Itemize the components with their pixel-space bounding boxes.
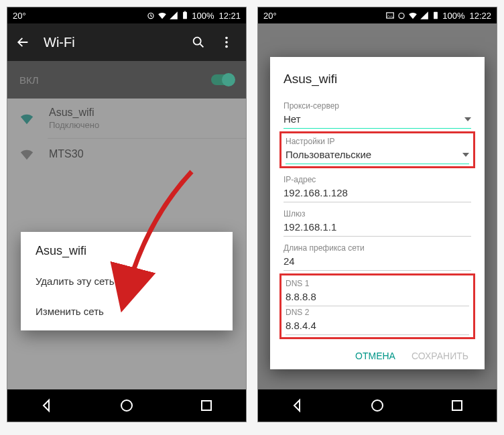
- status-temp: 20°: [263, 11, 277, 21]
- page-title: Wi-Fi: [44, 35, 191, 50]
- nav-home-icon[interactable]: [369, 397, 385, 414]
- highlight-ip-settings: Настройки IP Пользовательские: [279, 131, 475, 168]
- ip-settings-label: Настройки IP: [286, 137, 469, 146]
- ip-address-input[interactable]: 192.168.1.128: [284, 184, 471, 202]
- battery-icon: [180, 11, 190, 20]
- nav-back-icon[interactable]: [290, 397, 306, 414]
- network-name: Asus_wifi: [49, 107, 99, 119]
- svg-point-10: [399, 13, 404, 19]
- battery-icon: [431, 11, 440, 20]
- svg-rect-11: [434, 12, 438, 19]
- nav-recent-icon[interactable]: [198, 397, 214, 414]
- network-dialog: Asus_wifi Прокси-сервер Нет Настройки IP…: [270, 57, 485, 369]
- nav-home-icon[interactable]: [119, 397, 135, 414]
- dns2-input[interactable]: 8.8.4.4: [286, 317, 469, 335]
- signal-icon: [169, 11, 178, 20]
- status-temp: 20°: [13, 11, 26, 21]
- wifi-icon: [408, 11, 418, 20]
- network-name: MTS30: [49, 148, 84, 160]
- svg-point-6: [225, 46, 228, 48]
- dns1-input[interactable]: 8.8.8.8: [286, 288, 469, 306]
- svg-rect-2: [184, 11, 186, 12]
- more-icon[interactable]: [219, 35, 234, 50]
- proxy-select[interactable]: Нет: [284, 111, 471, 129]
- svg-point-12: [372, 400, 383, 411]
- network-status: Подключено: [49, 120, 99, 130]
- chevron-down-icon: [462, 153, 469, 157]
- nav-bar: [258, 389, 497, 422]
- network-row[interactable]: Asus_wifi Подключено: [7, 99, 246, 138]
- svg-rect-1: [183, 12, 187, 19]
- context-menu-title: Asus_wifi: [21, 244, 233, 266]
- image-icon: [385, 11, 395, 20]
- nav-back-icon[interactable]: [39, 397, 55, 414]
- svg-rect-13: [452, 401, 462, 410]
- phone-right: 20° 100% 12:22 Asus_wifi Прокси-сервер Н…: [257, 7, 497, 422]
- forget-network-item[interactable]: Удалить эту сеть: [21, 266, 233, 296]
- status-battery: 100%: [192, 11, 214, 21]
- wifi-lock-icon: [19, 147, 34, 162]
- svg-point-3: [194, 38, 201, 45]
- back-icon[interactable]: [15, 35, 30, 50]
- status-time: 12:21: [218, 11, 241, 21]
- highlight-dns: DNS 1 8.8.8.8 DNS 2 8.8.4.4: [279, 273, 475, 339]
- wifi-strength-icon: [19, 111, 34, 126]
- prefix-label: Длина префикса сети: [284, 243, 471, 253]
- modify-network-item[interactable]: Изменить сеть: [21, 296, 233, 326]
- nav-bar: [7, 389, 246, 422]
- cancel-button[interactable]: ОТМЕНА: [355, 351, 395, 361]
- svg-rect-8: [202, 401, 211, 410]
- nav-recent-icon[interactable]: [449, 397, 465, 414]
- svg-point-7: [121, 400, 132, 411]
- gateway-label: Шлюз: [284, 209, 471, 219]
- gateway-input[interactable]: 192.168.1.1: [284, 219, 471, 237]
- app-bar: Wi-Fi: [7, 23, 246, 61]
- status-battery: 100%: [442, 11, 464, 21]
- status-bar: 20° 100% 12:22: [258, 7, 497, 23]
- alarm-icon: [397, 11, 406, 20]
- phone-left: 20° 100% 12:21 Wi-Fi ВКЛ Asus_wifi Подкл…: [7, 7, 247, 422]
- proxy-label: Прокси-сервер: [284, 101, 471, 111]
- ip-settings-select[interactable]: Пользовательские: [286, 146, 469, 164]
- network-row[interactable]: MTS30: [7, 139, 246, 170]
- ip-address-label: IP-адрес: [284, 175, 471, 184]
- wifi-toggle-row: ВКЛ: [7, 61, 246, 99]
- dialog-title: Asus_wifi: [284, 72, 471, 86]
- status-bar: 20° 100% 12:21: [7, 7, 246, 23]
- save-button[interactable]: СОХРАНИТЬ: [412, 351, 468, 361]
- wifi-switch[interactable]: [211, 74, 234, 85]
- search-icon[interactable]: [191, 35, 206, 50]
- svg-point-5: [225, 41, 228, 44]
- context-menu: Asus_wifi Удалить эту сеть Изменить сеть: [21, 232, 233, 330]
- chevron-down-icon: [464, 117, 471, 121]
- dns2-label: DNS 2: [286, 308, 469, 317]
- svg-point-4: [225, 37, 228, 40]
- status-time: 12:22: [469, 11, 491, 21]
- signal-icon: [420, 11, 429, 20]
- toggle-label: ВКЛ: [19, 74, 39, 86]
- wifi-icon: [158, 11, 167, 20]
- prefix-input[interactable]: 24: [284, 253, 471, 271]
- dns1-label: DNS 1: [286, 279, 469, 288]
- alarm-icon: [146, 11, 155, 20]
